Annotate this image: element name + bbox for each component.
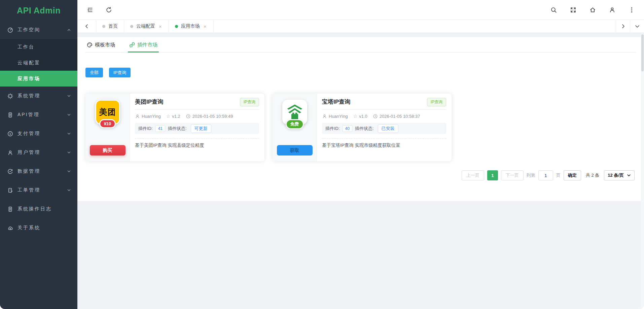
sidebar-item-app-market[interactable]: 应用市场 [0, 71, 77, 87]
chevron-up-icon [67, 28, 71, 32]
plugin-description: 基于美团IP查询 实现县级定位精度 [135, 142, 259, 148]
get-button[interactable]: 获取 [277, 145, 313, 156]
market-tabs: 模板市场 插件市场 [85, 37, 636, 53]
user-icon [609, 7, 615, 13]
plugin-title: 宝塔IP查询 [322, 98, 350, 106]
fullscreen-icon [570, 7, 576, 13]
tabs-menu-button[interactable] [630, 20, 644, 33]
sub-item-label: 应用市场 [17, 76, 40, 82]
chevron-down-icon [67, 169, 71, 174]
sidebar-item-about-system[interactable]: 关于系统 [0, 218, 77, 237]
version-icon: ☆ [166, 113, 171, 119]
tab-plugin-market[interactable]: 插件市场 [128, 41, 159, 52]
card-left-panel: 免费 获取 [273, 94, 317, 161]
plugin-status-label: 插件状态: [355, 126, 374, 132]
gear-icon [7, 93, 13, 99]
fullscreen-button[interactable] [569, 6, 577, 13]
tab-template-market[interactable]: 模板市场 [85, 41, 116, 52]
chevron-right-icon [620, 24, 626, 29]
palette-icon [87, 42, 93, 48]
sub-item-label: 工作台 [17, 44, 35, 50]
status-badge[interactable]: 可更新 [191, 124, 211, 133]
sidebar-item-cloud-config[interactable]: 云端配置 [0, 55, 77, 71]
publish-date: 2026-01-05 10:58:37 [380, 114, 420, 119]
plugin-info-strip: 插件ID: 40 插件状态: 已安装 [322, 123, 446, 134]
tab-label: 首页 [108, 23, 118, 29]
svg-text:?: ? [9, 188, 11, 191]
sidebar: API Admin 工作空间 工作台 云端配置 应用市场 系统管理 [0, 0, 77, 309]
tab-cloud-config[interactable]: 云端配置 × [124, 20, 169, 33]
data-sync-icon [7, 169, 13, 174]
page-size-select[interactable]: 12 条/页 [604, 170, 635, 180]
search-icon [550, 7, 557, 13]
sidebar-item-api-mgmt[interactable]: API管理 [0, 105, 77, 124]
collapse-sidebar-button[interactable] [86, 6, 94, 13]
clock-icon [186, 114, 191, 119]
log-icon [7, 206, 13, 212]
sidebar-item-workbench[interactable]: 工作台 [0, 39, 77, 55]
author-icon [135, 114, 140, 119]
buy-button[interactable]: 购买 [90, 145, 126, 156]
plugin-description: 基于宝塔IP查询 实现市级精度获取位置 [322, 142, 446, 148]
document-icon [7, 112, 13, 118]
fold-icon [87, 7, 93, 13]
plugin-cards: 美团 ¥10 购买 美团IP查询 IP查询 [85, 94, 636, 161]
logo-text: 美团 [99, 107, 116, 117]
status-badge[interactable]: 已安装 [378, 124, 398, 133]
tab-dot [130, 25, 133, 28]
sidebar-item-user-mgmt[interactable]: 用户管理 [0, 143, 77, 162]
plugin-id-value: 40 [343, 125, 352, 132]
close-icon[interactable]: × [203, 24, 207, 29]
clock-icon [373, 114, 378, 119]
dashed-divider [322, 138, 446, 139]
home-icon [589, 7, 596, 13]
sidebar-item-ticket-mgmt[interactable]: ? 工单管理 [0, 181, 77, 200]
category-tag[interactable]: IP查询 [240, 98, 259, 106]
price-badge: 免费 [286, 119, 304, 129]
sidebar-item-data-mgmt[interactable]: 数据管理 [0, 162, 77, 181]
vertical-scrollbar[interactable] [641, 34, 644, 308]
tab-app-market[interactable]: 应用市场 × [169, 20, 214, 33]
filter-ip-query-button[interactable]: IP查询 [109, 68, 131, 77]
plugin-title: 美团IP查询 [135, 98, 163, 106]
price-badge: ¥10 [99, 119, 116, 128]
sidebar-item-operation-log[interactable]: 系统操作日志 [0, 200, 77, 218]
tab-home[interactable]: 首页 [96, 20, 124, 33]
cloud-icon [7, 225, 13, 231]
tabs-scroll-left-button[interactable] [77, 20, 96, 33]
author-name: HuanYing [329, 114, 348, 119]
sidebar-item-label: 系统管理 [17, 93, 67, 99]
category-filters: 全部 IP查询 [85, 68, 636, 77]
close-icon[interactable]: × [158, 24, 163, 29]
sidebar-item-system-mgmt[interactable]: 系统管理 [0, 87, 77, 105]
author-icon [322, 114, 327, 119]
more-menu-button[interactable] [628, 6, 635, 13]
sidebar-item-payment-mgmt[interactable]: ¥ 支付管理 [0, 124, 77, 143]
confirm-page-button[interactable]: 确定 [564, 170, 581, 180]
app-logo-title: API Admin [0, 0, 77, 21]
goto-page-input[interactable] [538, 170, 553, 180]
refresh-button[interactable] [105, 6, 112, 13]
category-tag[interactable]: IP查询 [427, 98, 446, 106]
sidebar-item-label: 数据管理 [17, 168, 67, 174]
sidebar-item-label: 工单管理 [17, 187, 67, 193]
sidebar-item-workspace[interactable]: 工作空间 [0, 21, 77, 39]
filter-all-button[interactable]: 全部 [85, 68, 103, 77]
sidebar-item-label: 用户管理 [17, 149, 67, 156]
plugin-card-meituan: 美团 ¥10 购买 美团IP查询 IP查询 [85, 94, 264, 161]
tabs-scroll-right-button[interactable] [616, 20, 630, 33]
scrollbar-thumb[interactable] [641, 34, 644, 71]
sidebar-item-label: 关于系统 [17, 225, 71, 231]
prev-page-button[interactable]: 上一页 [462, 170, 484, 180]
sidebar-item-label: 系统操作日志 [17, 206, 71, 212]
page-1-button[interactable]: 1 [487, 170, 498, 180]
search-button[interactable] [550, 6, 557, 13]
plugin-card-baota: 免费 获取 宝塔IP查询 IP查询 HuanYing [273, 94, 452, 161]
market-tab-label: 插件市场 [137, 42, 157, 48]
version: v1.0 [359, 114, 367, 119]
home-button[interactable] [589, 6, 596, 13]
profile-button[interactable] [608, 6, 616, 13]
pagination: 上一页 1 下一页 到第 页 确定 共 2 条 12 条/页 [85, 170, 636, 180]
next-page-button[interactable]: 下一页 [501, 170, 524, 180]
market-tab-label: 模板市场 [95, 42, 115, 48]
